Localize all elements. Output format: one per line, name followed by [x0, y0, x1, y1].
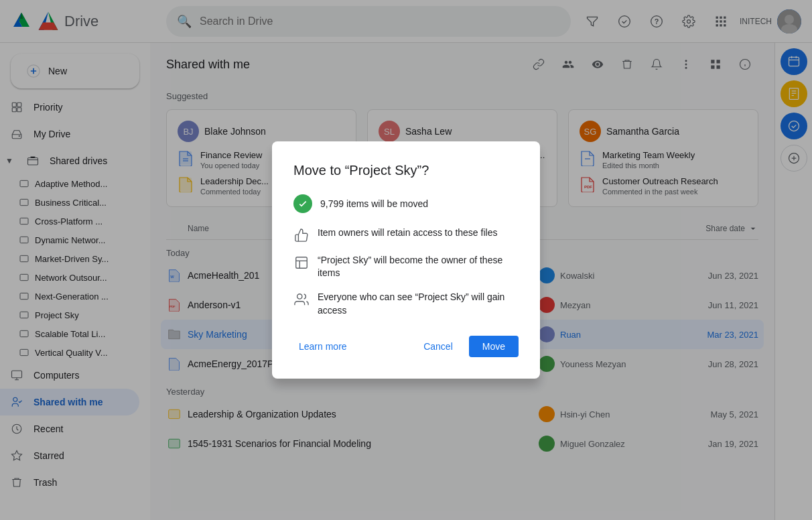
modal-info-item-1: “Project Sky” will become the owner of t… — [293, 254, 519, 280]
modal-info-text-1: “Project Sky” will become the owner of t… — [318, 254, 519, 280]
modal-info-text-0: Item owners will retain access to these … — [318, 226, 497, 240]
modal-info-text-2: Everyone who can see “Project Sky” will … — [318, 291, 519, 317]
svg-point-77 — [297, 294, 302, 299]
move-modal: Move to “Project Sky”? 9,799 items will … — [272, 141, 540, 379]
modal-items-count: 9,799 items will be moved — [293, 194, 519, 213]
cancel-button[interactable]: Cancel — [413, 336, 464, 357]
svg-rect-74 — [296, 257, 308, 269]
move-button[interactable]: Move — [469, 336, 519, 357]
check-icon — [293, 194, 312, 213]
modal-info-list: Item owners will retain access to these … — [293, 226, 519, 317]
modal-actions: Learn more Cancel Move — [293, 336, 519, 357]
modal-overlay[interactable]: Move to “Project Sky”? 9,799 items will … — [0, 0, 812, 520]
learn-more-button[interactable]: Learn more — [293, 336, 352, 357]
file-owner-icon — [293, 255, 310, 271]
modal-info-item-0: Item owners will retain access to these … — [293, 226, 519, 243]
modal-info-item-2: Everyone who can see “Project Sky” will … — [293, 291, 519, 317]
group-access-icon — [293, 291, 310, 308]
check-mark-icon — [297, 198, 308, 209]
thumbs-up-icon — [293, 227, 310, 243]
modal-title: Move to “Project Sky”? — [293, 163, 519, 178]
